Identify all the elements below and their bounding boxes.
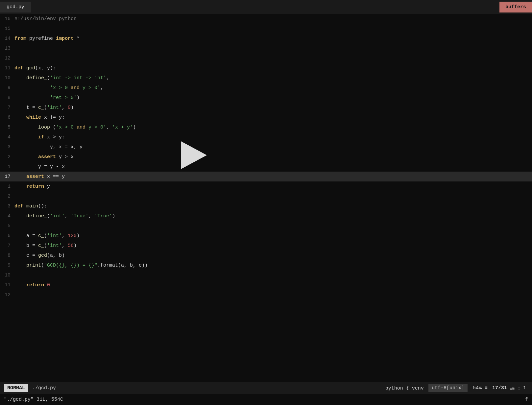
code-line-13: 13 — [0, 43, 532, 53]
col-num-info: 1 — [523, 385, 526, 391]
message-right: f — [525, 397, 528, 402]
code-lines: 16 #!/usr/bin/env python 15 14 from pyre… — [0, 14, 532, 382]
code-line-5b: 5 — [0, 221, 532, 231]
mode-badge: NORMAL — [4, 384, 28, 392]
code-line-4: 4 if x > y: — [0, 132, 532, 142]
line-info: 17/31 — [492, 385, 507, 391]
percent-info: 54% ≡ — [473, 385, 488, 391]
app: gcd.py buffers 16 #!/usr/bin/env python … — [0, 0, 532, 405]
code-line-7: 7 t = c_('int', 0) — [0, 103, 532, 112]
code-line-9: 9 'x > 0 and y > 0', — [0, 83, 532, 93]
code-line-12: 12 — [0, 53, 532, 63]
message-text: "./gcd.py" 31L, 554C — [4, 397, 63, 402]
code-line-5: 5 loop_('x > 0 and y > 0', 'x + y') — [0, 122, 532, 132]
code-line-15: 15 — [0, 24, 532, 34]
message-bar: "./gcd.py" 31L, 554C f — [0, 394, 532, 405]
code-line-7b: 7 b = c_('int', 56) — [0, 241, 532, 250]
code-line-8: 8 'ret > 0') — [0, 93, 532, 103]
file-path: ./gcd.py — [32, 385, 56, 391]
play-icon — [181, 141, 207, 169]
code-line-3b: 3 def main(): — [0, 201, 532, 211]
code-line-2b: 2 — [0, 191, 532, 201]
code-line-1: 1 y = y - x — [0, 162, 532, 172]
code-line-17-active: 17 assert x == y — [0, 172, 532, 181]
code-line-9b: 9 print("GCD({}, {}) = {}".format(a, b, … — [0, 260, 532, 270]
title-bar: gcd.py buffers — [0, 0, 532, 14]
tab-gcd[interactable]: gcd.py — [0, 2, 31, 12]
code-line-4b: 4 define_('int', 'True', 'True') — [0, 211, 532, 221]
code-line-6: 6 while x != y: — [0, 112, 532, 122]
status-bar: NORMAL ./gcd.py python ❮ venv utf-8[unix… — [0, 382, 532, 394]
col-sep-info: ㎛ : — [510, 385, 520, 391]
buffers-button[interactable]: buffers — [499, 2, 532, 12]
code-editor[interactable]: 16 #!/usr/bin/env python 15 14 from pyre… — [0, 14, 532, 382]
encoding-info: utf-8[unix] — [428, 384, 468, 392]
code-line-2: 2 assert y > x — [0, 152, 532, 162]
code-line-8b: 8 c = gcd(a, b) — [0, 250, 532, 260]
code-line-10: 10 define_('int -> int -> int', — [0, 73, 532, 83]
code-line-16: 16 #!/usr/bin/env python — [0, 14, 532, 24]
code-line-10b: 10 — [0, 270, 532, 280]
language-info: python ❮ venv — [385, 385, 424, 391]
code-line-11b: 11 return 0 — [0, 280, 532, 290]
code-line-3: 3 y, x = x, y — [0, 142, 532, 152]
code-line-11: 11 def gcd(x, y): — [0, 63, 532, 73]
play-button[interactable] — [178, 142, 210, 168]
code-line-6b: 6 a = c_('int', 120) — [0, 231, 532, 241]
code-line-1b: 1 return y — [0, 181, 532, 191]
code-line-12b: 12 — [0, 290, 532, 300]
code-line-14: 14 from pyrefine import * — [0, 34, 532, 43]
